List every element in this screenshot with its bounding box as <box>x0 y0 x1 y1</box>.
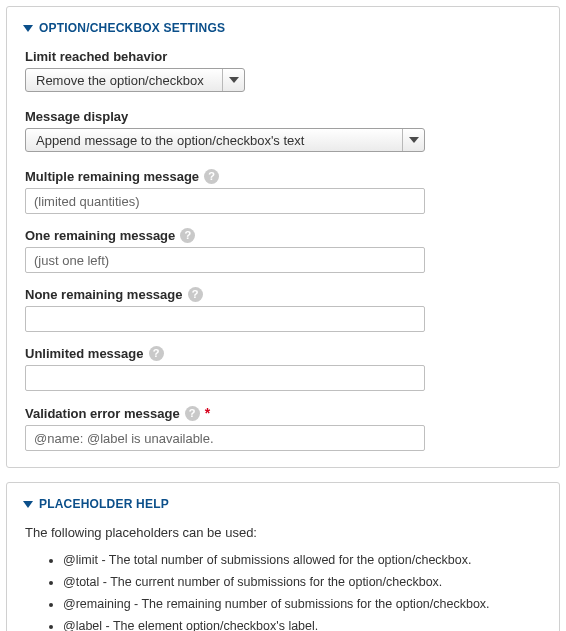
chevron-down-icon <box>402 129 424 151</box>
help-icon[interactable]: ? <box>204 169 219 184</box>
chevron-down-icon <box>222 69 244 91</box>
placeholder-list: @limit - The total number of submissions… <box>63 550 543 631</box>
placeholder-help-panel: PLACEHOLDER HELP The following placehold… <box>6 482 560 631</box>
disclosure-triangle-icon <box>23 501 33 508</box>
one-remaining-input[interactable] <box>25 247 425 273</box>
one-remaining-field: One remaining message ? <box>25 228 543 273</box>
message-display-label: Message display <box>25 109 128 124</box>
placeholder-intro: The following placeholders can be used: <box>25 525 543 540</box>
placeholder-list-item: @limit - The total number of submissions… <box>63 550 543 570</box>
option-settings-title: OPTION/CHECKBOX SETTINGS <box>39 21 225 35</box>
unlimited-input[interactable] <box>25 365 425 391</box>
multiple-remaining-input[interactable] <box>25 188 425 214</box>
required-indicator: * <box>205 405 210 421</box>
message-display-field: Message display Append message to the op… <box>25 109 543 155</box>
help-icon[interactable]: ? <box>149 346 164 361</box>
option-checkbox-settings-panel: OPTION/CHECKBOX SETTINGS Limit reached b… <box>6 6 560 468</box>
limit-behavior-value: Remove the option/checkbox <box>26 69 244 92</box>
message-display-select[interactable]: Append message to the option/checkbox's … <box>25 128 425 152</box>
help-icon[interactable]: ? <box>180 228 195 243</box>
option-settings-header[interactable]: OPTION/CHECKBOX SETTINGS <box>23 21 543 35</box>
unlimited-label: Unlimited message <box>25 346 144 361</box>
disclosure-triangle-icon <box>23 25 33 32</box>
placeholder-list-item: @total - The current number of submissio… <box>63 572 543 592</box>
placeholder-list-item: @label - The element option/checkbox's l… <box>63 616 543 631</box>
message-display-value: Append message to the option/checkbox's … <box>26 129 424 152</box>
placeholder-help-title: PLACEHOLDER HELP <box>39 497 169 511</box>
validation-error-input[interactable] <box>25 425 425 451</box>
none-remaining-label: None remaining message <box>25 287 183 302</box>
unlimited-field: Unlimited message ? <box>25 346 543 391</box>
multiple-remaining-label: Multiple remaining message <box>25 169 199 184</box>
limit-behavior-select[interactable]: Remove the option/checkbox <box>25 68 245 92</box>
validation-error-label: Validation error message <box>25 406 180 421</box>
multiple-remaining-field: Multiple remaining message ? <box>25 169 543 214</box>
placeholder-list-item: @remaining - The remaining number of sub… <box>63 594 543 614</box>
limit-behavior-label: Limit reached behavior <box>25 49 167 64</box>
help-icon[interactable]: ? <box>188 287 203 302</box>
placeholder-help-header[interactable]: PLACEHOLDER HELP <box>23 497 543 511</box>
help-icon[interactable]: ? <box>185 406 200 421</box>
none-remaining-field: None remaining message ? <box>25 287 543 332</box>
validation-error-field: Validation error message ? * <box>25 405 543 451</box>
limit-behavior-field: Limit reached behavior Remove the option… <box>25 49 543 95</box>
none-remaining-input[interactable] <box>25 306 425 332</box>
one-remaining-label: One remaining message <box>25 228 175 243</box>
